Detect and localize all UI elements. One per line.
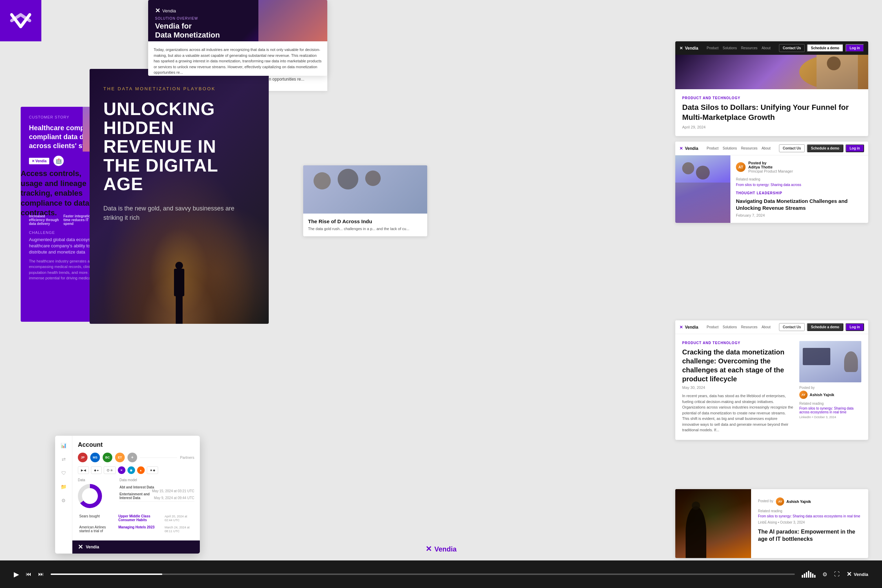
crack-nav-about[interactable]: About	[761, 325, 770, 329]
crack-content: PRODUCT AND TECHNOLOGY Cracking the data…	[675, 334, 868, 440]
media-next-button[interactable]: ⏭	[38, 571, 44, 578]
rise-image	[303, 165, 427, 214]
nav-link-product[interactable]: Product	[706, 46, 718, 50]
bot-article-flex: Posted by AY Ashish Yajnik Related readi…	[675, 489, 868, 558]
mid-login-button[interactable]: Log in	[846, 144, 864, 152]
sidebar-icon-settings[interactable]: ⚙	[60, 496, 68, 505]
crack-image-person	[844, 351, 858, 372]
schedule-demo-button[interactable]: Schedule a demo	[807, 44, 843, 52]
crack-article-date: May 30, 2024	[682, 386, 794, 390]
mid-article-date: February 7, 2024	[736, 213, 863, 218]
crack-nav-resources[interactable]: Resources	[741, 325, 758, 329]
rise-scene	[303, 165, 427, 214]
right-panel: ✕ Vendia Product Solutions Resources Abo…	[675, 41, 868, 228]
rise-person-1	[314, 172, 331, 189]
mid-author-info: Posted by Aditya Thotte Principal Produc…	[748, 161, 793, 173]
media-play-button[interactable]: ▶	[14, 570, 19, 578]
acc-icon-3: ▲	[137, 466, 145, 474]
footer-brand: Vendia	[86, 544, 99, 549]
mid-article-tag: THOUGHT LEADERSHIP	[736, 191, 863, 195]
crack-sidebar-image	[800, 341, 861, 382]
top-nav-brand: ✕ Vendia	[680, 46, 698, 51]
solution-header: ✕ Vendia SOLUTION OVERVIEW Vendia for Da…	[148, 0, 327, 41]
contact-us-button[interactable]: Contact Us	[779, 44, 805, 52]
media-volume-indicator	[802, 571, 816, 578]
bot-author-row: Posted by AY Ashish Yajnik	[758, 496, 861, 506]
table-row-1-link[interactable]: Upper Middle Class Consumer Habits	[118, 514, 150, 522]
playbook-title: UNLOCKING HIDDEN REVENUE IN THE DIGITAL …	[104, 99, 255, 194]
mid-nav-resources[interactable]: Resources	[741, 146, 758, 150]
vendia-logo-icon	[9, 12, 33, 29]
media-progress-bar[interactable]	[51, 573, 795, 575]
crack-nav-product[interactable]: Product	[706, 325, 718, 329]
playbook-card: THE DATA MONETIZATION PLAYBOOK UNLOCKING…	[90, 69, 269, 324]
bot-person-head	[692, 501, 700, 510]
media-prev-button[interactable]: ⏮	[26, 571, 32, 578]
acc-logos-row: ▶ ◀ ◆ ● ⬡ ☆ ✕ ◉ ▲ ★ ◆	[78, 466, 194, 474]
mid-nav-about[interactable]: About	[761, 146, 770, 150]
partner-plus: +	[128, 453, 137, 462]
crack-author-name: Ashish Yajnik	[810, 393, 834, 397]
media-settings-button[interactable]: ⚙	[822, 571, 827, 578]
media-fullscreen-button[interactable]: ⛶	[834, 571, 840, 578]
account-table: Sears bought Upper Middle Class Consumer…	[78, 512, 194, 535]
solution-overview-card: ✕ Vendia SOLUTION OVERVIEW Vendia for Da…	[148, 0, 327, 76]
bot-related-label: Related reading	[758, 509, 861, 513]
acc-logo-2: ◆ ●	[91, 466, 102, 474]
top-article-header-image	[675, 55, 868, 89]
mid-related-label: Related reading	[736, 177, 863, 181]
nav-link-solutions[interactable]: Solutions	[723, 46, 737, 50]
account-body: 📊 ⇄ 🛡 📁 ⚙ Account JP MS BC ET + Partners	[55, 436, 200, 540]
crack-login-button[interactable]: Log in	[846, 323, 864, 331]
sidebar-icon-shield[interactable]: 🛡	[60, 469, 68, 477]
vol-bar-5	[810, 572, 812, 578]
mid-article-body: AT Posted by Aditya Thotte Principal Pro…	[730, 155, 868, 223]
crack-image-monitor	[803, 348, 830, 365]
table-row-2-link[interactable]: Managing Hotels 2023	[118, 525, 154, 529]
mid-person-1	[682, 162, 694, 174]
mid-author-name: Posted by	[748, 161, 793, 165]
mid-contact-button[interactable]: Contact Us	[779, 144, 805, 152]
mid-related-link[interactable]: From silos to synergy: Sharing data acro…	[736, 183, 863, 187]
partner-jp: JP	[78, 453, 87, 462]
nav-link-resources[interactable]: Resources	[741, 46, 758, 50]
media-vendia-x: ✕	[846, 570, 852, 578]
vol-bar-6	[812, 573, 813, 578]
bot-posted-by: Posted by	[758, 499, 773, 503]
crack-related-link[interactable]: From silos to synergy: Sharing data acro…	[800, 406, 861, 414]
top-nav-vendia-text: Vendia	[685, 46, 698, 51]
vol-bar-3	[806, 572, 807, 578]
sidebar-icon-arrows[interactable]: ⇄	[60, 455, 68, 463]
crack-nav-solutions[interactable]: Solutions	[723, 325, 737, 329]
login-button[interactable]: Log in	[846, 44, 864, 52]
crack-schedule-button[interactable]: Schedule a demo	[807, 323, 843, 331]
crack-contact-button[interactable]: Contact Us	[779, 323, 805, 331]
acc-logo-3: ⬡ ☆	[104, 466, 116, 474]
sidebar-icon-folder[interactable]: 📁	[60, 483, 68, 491]
mid-nav-buttons: Contact Us Schedule a demo Log in	[779, 144, 864, 152]
acc-activity-2-date: May 9, 2024 at 09:44 UTC	[154, 496, 194, 500]
table-row-1-action: Sears bought	[78, 513, 117, 523]
top-article-tag: PRODUCT AND TECHNOLOGY	[682, 96, 861, 100]
acc-donut-chart	[78, 484, 102, 508]
bot-related-link[interactable]: From silos to synergy: Sharing data acro…	[758, 514, 861, 518]
mid-nav-x: ✕	[680, 146, 683, 151]
crack-article-body: In recent years, data has stood as the l…	[682, 393, 794, 433]
mid-article-navbar: ✕ Vendia Product Solutions Resources Abo…	[675, 142, 868, 155]
table-row-2-date: March 24, 2024 at 08:11 UTC	[165, 526, 190, 533]
crack-author-avatar: AY	[800, 391, 808, 399]
mid-article-content: AT Posted by Aditya Thotte Principal Pro…	[675, 155, 868, 223]
crack-article-main: PRODUCT AND TECHNOLOGY Cracking the data…	[682, 341, 794, 433]
footer-x-icon: ✕	[78, 543, 83, 551]
nav-link-about[interactable]: About	[761, 46, 770, 50]
logo-area	[0, 0, 41, 41]
bot-author-avatar: AY	[776, 497, 784, 506]
mid-author-avatar: AT	[736, 162, 746, 172]
mid-nav-product[interactable]: Product	[706, 146, 718, 150]
rise-image-people	[303, 165, 427, 214]
mid-schedule-button[interactable]: Schedule a demo	[807, 144, 843, 152]
mid-author-fullname: Aditya Thotte	[748, 165, 793, 169]
sidebar-icon-chart[interactable]: 📊	[60, 441, 68, 450]
vol-bar-7	[814, 575, 816, 578]
mid-nav-solutions[interactable]: Solutions	[723, 146, 737, 150]
